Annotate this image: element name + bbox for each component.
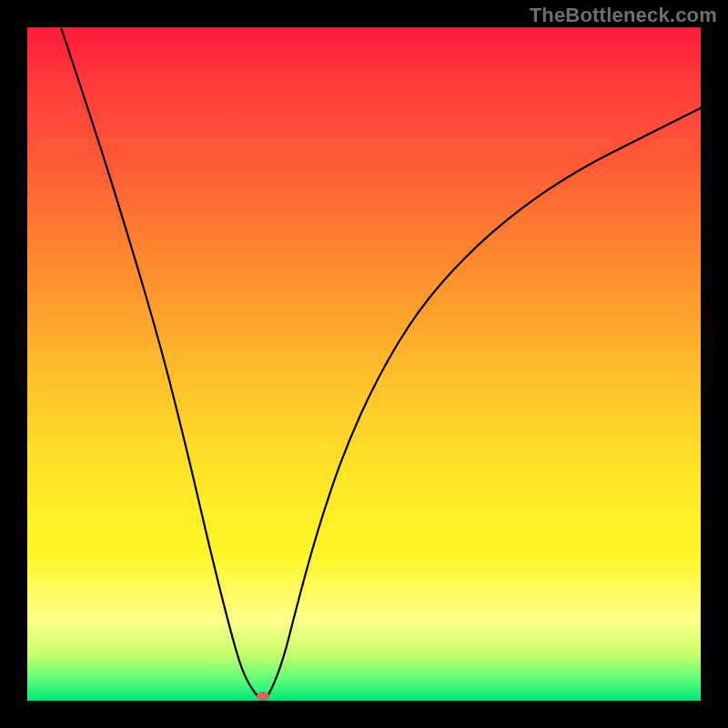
chart-frame: TheBottleneck.com (0, 0, 728, 728)
minimum-marker (257, 692, 269, 701)
bottleneck-curve (61, 27, 701, 699)
watermark-text: TheBottleneck.com (530, 4, 717, 27)
plot-area (27, 27, 701, 701)
curve-svg (27, 27, 701, 701)
